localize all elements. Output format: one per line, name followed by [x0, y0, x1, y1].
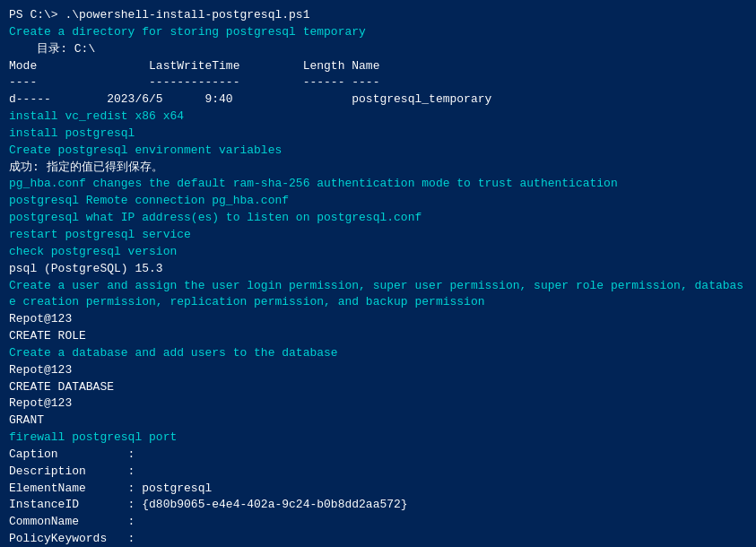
terminal-line: postgresql what IP address(es) to listen…	[9, 210, 747, 227]
terminal-line: GRANT	[9, 412, 747, 430]
terminal-line: restart postgresql service	[9, 227, 747, 244]
terminal-line: Description :	[9, 464, 747, 481]
terminal-line: PS C:\> .\powershell-install-postgresql.…	[9, 7, 747, 24]
terminal-line: d----- 2023/6/5 9:40 postgresql_temporar…	[9, 91, 747, 109]
terminal-line: check postgresql version	[9, 244, 747, 261]
terminal-line: PolicyKeywords :	[9, 531, 747, 547]
terminal-line: ---- ------------- ------ ----	[9, 74, 747, 91]
terminal-line: 成功: 指定的值已得到保存。	[9, 160, 747, 177]
terminal-line: CREATE DATABASE	[9, 379, 747, 396]
terminal-line: Create postgresql environment variables	[9, 143, 747, 160]
terminal-line: ElementName : postgresql	[9, 481, 747, 498]
terminal-line: Create a database and add users to the d…	[9, 345, 747, 362]
terminal-line: Repot@123	[9, 311, 747, 328]
terminal-line: Caption :	[9, 447, 747, 464]
terminal-line: Repot@123	[9, 362, 747, 379]
terminal-line: CommonName :	[9, 514, 747, 531]
terminal-window: PS C:\> .\powershell-install-postgresql.…	[9, 7, 747, 547]
terminal-line: postgresql Remote connection pg_hba.conf	[9, 193, 747, 210]
terminal-line: Repot@123	[9, 395, 747, 412]
terminal-line: Create a user and assign the user login …	[9, 278, 747, 312]
terminal-line: install vc_redist x86 x64	[9, 109, 747, 126]
terminal-line: psql (PostgreSQL) 15.3	[9, 261, 747, 278]
terminal-line: Mode LastWriteTime Length Name	[9, 58, 747, 75]
terminal-line: install postgresql	[9, 126, 747, 143]
terminal-line: InstanceID : {d80b9065-e4e4-402a-9c24-b0…	[9, 497, 747, 514]
terminal-line: Create a directory for storing postgresq…	[9, 24, 747, 41]
terminal-line: CREATE ROLE	[9, 328, 747, 345]
terminal-line: firewall postgresql port	[9, 430, 747, 447]
terminal-line: pg_hba.conf changes the default ram-sha-…	[9, 176, 747, 193]
terminal-line: 目录: C:\	[9, 41, 747, 58]
